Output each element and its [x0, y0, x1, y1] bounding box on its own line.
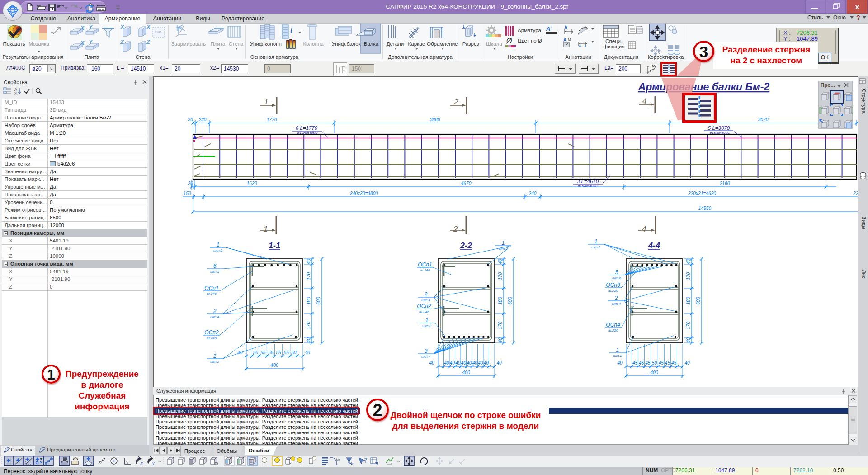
- svg-text:M: M: [568, 38, 571, 42]
- svg-text:Ø: Ø: [506, 37, 513, 45]
- svg-text:A: A: [563, 38, 566, 43]
- svg-text:Y: Y: [89, 38, 93, 45]
- svg-text:Y: Y: [89, 24, 93, 30]
- svg-text:X: X: [146, 24, 151, 30]
- svg-text:A: A: [546, 25, 550, 32]
- svg-text:y: y: [152, 461, 155, 466]
- svg-text:Z: Z: [146, 38, 151, 45]
- svg-text:1047.89: 1047.89: [797, 35, 818, 42]
- svg-text:x: x: [140, 461, 143, 466]
- svg-text:Z: Z: [120, 38, 124, 45]
- svg-text:L: L: [551, 25, 553, 29]
- svg-text:X: X: [120, 24, 125, 30]
- svg-text:X: X: [80, 39, 85, 46]
- svg-text:i: i: [290, 27, 292, 35]
- svg-text:max: max: [155, 29, 161, 33]
- svg-text:Я: Я: [14, 91, 18, 95]
- svg-text:№: №: [336, 458, 340, 462]
- svg-text:Y :: Y :: [783, 35, 791, 42]
- svg-text:X: X: [80, 24, 85, 31]
